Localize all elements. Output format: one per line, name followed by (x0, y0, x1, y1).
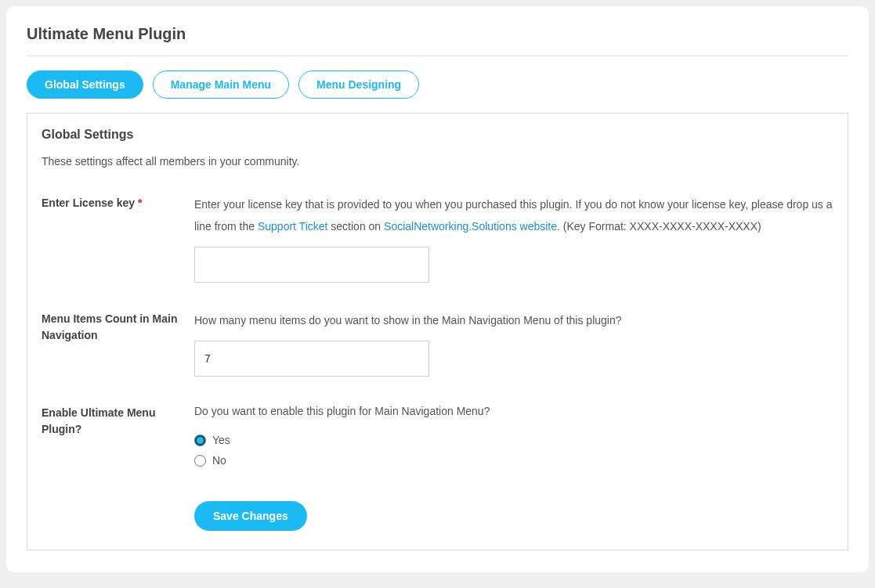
tab-menu-designing[interactable]: Menu Designing (298, 70, 419, 99)
menu-count-help: How many menu items do you want to show … (194, 309, 833, 331)
page-title: Ultimate Menu Plugin (27, 25, 848, 56)
enable-plugin-yes-option[interactable]: Yes (194, 434, 833, 446)
enable-plugin-no-label: No (212, 454, 226, 467)
enable-plugin-yes-label: Yes (212, 434, 230, 446)
tab-manage-main-menu[interactable]: Manage Main Menu (153, 70, 289, 99)
submit-row: Save Changes (194, 501, 833, 531)
tabs: Global Settings Manage Main Menu Menu De… (27, 70, 848, 99)
license-key-help: Enter your license key that is provided … (194, 193, 833, 237)
panel-title: Global Settings (42, 128, 833, 142)
panel-description: These settings affect all members in you… (42, 153, 833, 170)
enable-plugin-no-radio[interactable] (194, 455, 206, 467)
tab-global-settings[interactable]: Global Settings (27, 70, 143, 99)
enable-plugin-yes-radio[interactable] (194, 435, 206, 446)
license-help-part3: . (Key Format: XXXX-XXXX-XXXX-XXXX) (557, 220, 761, 233)
socialnetworking-solutions-link[interactable]: SocialNetworking.Solutions website (384, 220, 557, 233)
settings-panel: Global Settings These settings affect al… (27, 113, 848, 550)
license-key-content: Enter your license key that is provided … (194, 193, 833, 283)
enable-plugin-radio-group: Yes No (194, 434, 833, 467)
enable-plugin-help: Do you want to enable this plugin for Ma… (194, 403, 833, 420)
support-ticket-link[interactable]: Support Ticket (258, 220, 328, 233)
enable-plugin-no-option[interactable]: No (194, 454, 833, 467)
enable-plugin-label: Enable Ultimate Menu Plugin? (42, 403, 194, 437)
license-key-label: Enter License key * (42, 193, 194, 211)
menu-count-row: Menu Items Count in Main Navigation How … (42, 309, 833, 377)
license-key-label-text: Enter License key (42, 197, 135, 209)
save-changes-button[interactable]: Save Changes (194, 501, 307, 531)
required-marker: * (138, 197, 142, 209)
enable-plugin-content: Do you want to enable this plugin for Ma… (194, 403, 833, 474)
menu-count-content: How many menu items do you want to show … (194, 309, 833, 377)
settings-card: Ultimate Menu Plugin Global Settings Man… (6, 6, 869, 572)
menu-count-input[interactable] (194, 341, 429, 377)
license-key-input[interactable] (194, 247, 429, 283)
license-help-part2: section on (327, 220, 384, 233)
enable-plugin-row: Enable Ultimate Menu Plugin? Do you want… (42, 403, 833, 474)
menu-count-label: Menu Items Count in Main Navigation (42, 309, 194, 343)
license-key-row: Enter License key * Enter your license k… (42, 193, 833, 283)
